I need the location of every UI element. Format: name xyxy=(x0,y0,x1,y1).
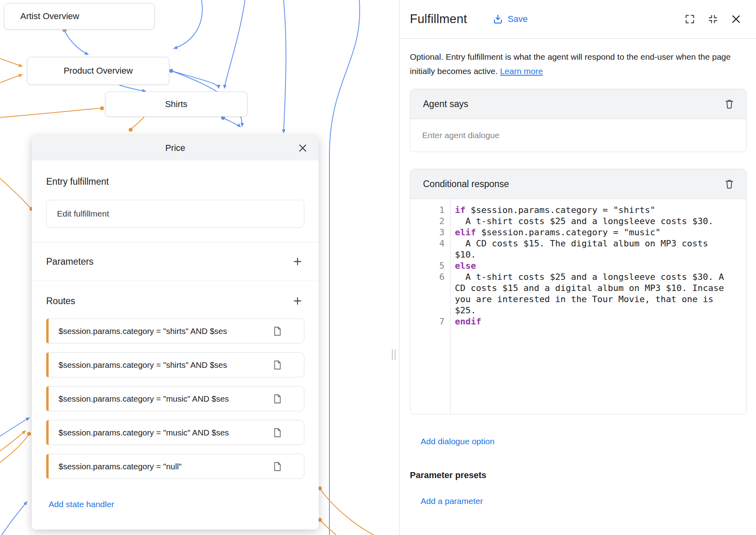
route-condition-bar xyxy=(46,386,49,411)
line-number: 3 xyxy=(410,227,450,238)
panel-header: Fulfillment Save xyxy=(400,0,756,39)
panel-resize-handle[interactable] xyxy=(392,350,396,360)
fullscreen-button[interactable] xyxy=(684,13,696,25)
routes-heading: Routes xyxy=(46,296,75,307)
route-condition-label: $session.params.category = "null" xyxy=(59,462,182,471)
route-condition-bar xyxy=(46,454,49,479)
plus-icon xyxy=(292,256,303,267)
code-line: 2 A t-shirt costs $25 and a longsleeve c… xyxy=(410,216,746,227)
code-text: elif $session.params.category = "music" xyxy=(450,227,730,238)
route-condition-label: $session.params.category = "music" AND $… xyxy=(59,428,229,437)
route-condition-bar xyxy=(46,420,49,445)
document-icon xyxy=(272,461,282,472)
trash-icon xyxy=(724,179,734,189)
node-shirts[interactable]: Shirts xyxy=(105,92,247,117)
line-number: 7 xyxy=(410,316,450,327)
line-number: 4 xyxy=(410,238,450,249)
code-line: 3elif $session.params.category = "music" xyxy=(410,227,746,238)
delete-agent-says-button[interactable] xyxy=(723,98,736,110)
add-a-parameter-link[interactable]: Add a parameter xyxy=(421,496,483,506)
edit-fulfillment-label: Edit fulfillment xyxy=(57,209,109,219)
agent-says-card: Agent says xyxy=(410,89,746,152)
panel-description: Optional. Entry fulfillment is what the … xyxy=(410,50,746,78)
code-line: 4 A CD costs $15. The digital album on M… xyxy=(410,238,746,260)
divider xyxy=(32,242,319,242)
code-line: 1if $session.params.category = "shirts" xyxy=(410,205,746,216)
close-panel-button[interactable] xyxy=(730,13,742,25)
node-product-overview[interactable]: Product Overview xyxy=(27,57,169,85)
document-icon xyxy=(272,360,282,370)
route-condition-label: $session.params.category = "music" AND $… xyxy=(59,394,229,404)
code-text: A t-shirt costs $25 and a longsleeve cos… xyxy=(450,271,730,316)
edit-fulfillment-button[interactable]: Edit fulfillment xyxy=(46,200,304,228)
code-lines: 1if $session.params.category = "shirts"2… xyxy=(410,205,746,327)
route-item[interactable]: $session.params.category = "music" AND $… xyxy=(46,420,304,445)
code-line: 7endif xyxy=(410,316,746,327)
exit-fullscreen-icon xyxy=(707,14,719,25)
add-route-button[interactable] xyxy=(291,294,304,308)
document-icon xyxy=(272,326,282,336)
line-number: 2 xyxy=(410,216,450,227)
line-number: 5 xyxy=(410,260,450,271)
routes-list: $session.params.category = "shirts" AND … xyxy=(46,318,304,479)
route-condition-label: $session.params.category = "shirts" AND … xyxy=(59,326,227,336)
plus-icon xyxy=(292,295,303,307)
price-card-header[interactable]: Price xyxy=(32,135,319,160)
panel-title: Fulfillment xyxy=(410,12,467,26)
route-open-button[interactable] xyxy=(271,393,283,405)
route-condition-bar xyxy=(46,318,49,344)
route-item[interactable]: $session.params.category = "music" AND $… xyxy=(46,386,304,411)
route-open-button[interactable] xyxy=(271,359,283,371)
route-item[interactable]: $session.params.category = "shirts" AND … xyxy=(46,318,304,344)
flow-canvas[interactable]: Artist Overview Product Overview Shirts … xyxy=(0,0,399,535)
divider xyxy=(32,281,319,281)
route-condition-label: $session.params.category = "shirts" AND … xyxy=(59,360,227,370)
route-open-button[interactable] xyxy=(271,427,283,439)
document-icon xyxy=(272,428,282,438)
delete-conditional-response-button[interactable] xyxy=(723,178,736,190)
add-parameter-button[interactable] xyxy=(291,255,304,268)
trash-icon xyxy=(724,99,734,109)
node-label: Product Overview xyxy=(64,66,133,76)
route-condition-bar xyxy=(46,352,49,377)
agent-dialogue-input[interactable] xyxy=(410,119,746,152)
agent-says-title: Agent says xyxy=(423,99,468,109)
line-number: 1 xyxy=(410,205,450,216)
price-page-card: Price Entry fulfillment Edit fulfillment… xyxy=(32,135,319,529)
save-label: Save xyxy=(507,14,527,24)
code-text: A t-shirt costs $25 and a longsleeve cos… xyxy=(450,216,730,227)
parameters-heading: Parameters xyxy=(46,256,94,267)
price-card-title: Price xyxy=(165,143,185,153)
exit-fullscreen-button[interactable] xyxy=(707,13,719,25)
node-artist-overview[interactable]: Artist Overview xyxy=(4,3,155,29)
code-line: 5else xyxy=(410,260,746,271)
learn-more-link[interactable]: Learn more xyxy=(500,66,543,76)
close-icon xyxy=(731,14,742,25)
conditional-response-card: Conditional response 1if $session.params… xyxy=(410,169,746,414)
add-state-handler-link[interactable]: Add state handler xyxy=(49,500,114,509)
fulfillment-panel: Fulfillment Save xyxy=(399,0,756,535)
code-text: if $session.params.category = "shirts" xyxy=(450,205,730,216)
code-text: A CD costs $15. The digital album on MP3… xyxy=(450,238,730,260)
code-line: 6 A t-shirt costs $25 and a longsleeve c… xyxy=(410,271,746,316)
code-text: else xyxy=(450,260,730,271)
save-icon xyxy=(492,14,503,25)
route-item[interactable]: $session.params.category = "shirts" AND … xyxy=(46,352,304,377)
close-icon xyxy=(298,143,308,153)
conditional-response-editor[interactable]: 1if $session.params.category = "shirts"2… xyxy=(410,199,746,414)
fullscreen-icon xyxy=(684,14,695,25)
line-number: 6 xyxy=(410,271,450,283)
node-label: Shirts xyxy=(165,99,187,109)
route-open-button[interactable] xyxy=(271,461,283,473)
document-icon xyxy=(272,394,282,404)
conditional-response-title: Conditional response xyxy=(423,179,509,189)
save-button[interactable]: Save xyxy=(492,14,527,25)
add-dialogue-option-link[interactable]: Add dialogue option xyxy=(421,437,495,446)
entry-fulfillment-heading: Entry fulfillment xyxy=(46,176,304,187)
route-open-button[interactable] xyxy=(271,325,283,337)
gutter-divider xyxy=(450,199,450,414)
price-card-close-button[interactable] xyxy=(296,142,309,154)
route-item[interactable]: $session.params.category = "null" xyxy=(46,454,304,479)
code-text: endif xyxy=(450,316,730,327)
node-label: Artist Overview xyxy=(20,11,79,21)
